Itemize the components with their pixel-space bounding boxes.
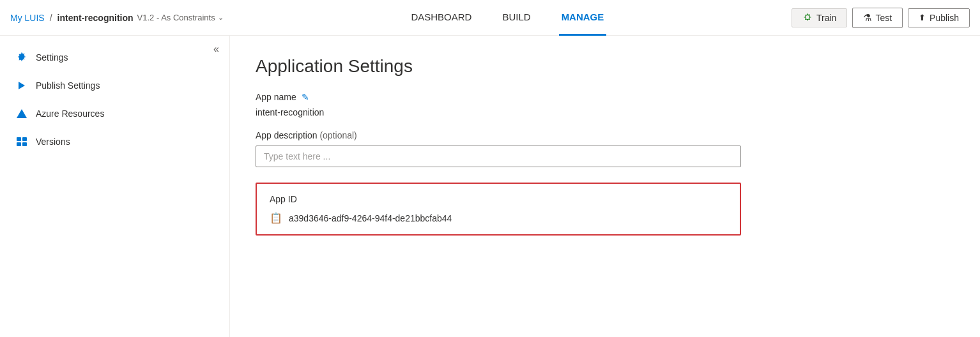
train-button[interactable]: Train bbox=[792, 8, 847, 27]
train-gear-icon bbox=[802, 13, 813, 23]
azure-triangle-icon bbox=[15, 107, 28, 120]
sidebar: « Settings Publish Settings bbox=[0, 36, 230, 337]
content-area: Application Settings App name ✎ intent-r… bbox=[230, 36, 980, 337]
edit-app-name-icon[interactable]: ✎ bbox=[302, 92, 309, 102]
page-title: Application Settings bbox=[256, 56, 954, 77]
tab-dashboard[interactable]: DASHBOARD bbox=[408, 0, 474, 36]
svg-rect-5 bbox=[22, 142, 27, 146]
svg-rect-2 bbox=[17, 137, 21, 141]
app-id-label: App ID bbox=[270, 194, 727, 204]
breadcrumb-separator: / bbox=[50, 13, 52, 23]
app-description-input[interactable] bbox=[256, 146, 741, 167]
sidebar-item-azure-resources[interactable]: Azure Resources bbox=[0, 100, 229, 128]
top-navigation: My LUIS / intent-recognition V1.2 - As C… bbox=[0, 0, 980, 36]
sidebar-item-versions[interactable]: Versions bbox=[0, 128, 229, 156]
test-flask-icon: ⚗ bbox=[863, 12, 871, 24]
main-layout: « Settings Publish Settings bbox=[0, 36, 980, 337]
optional-label: (optional) bbox=[319, 130, 356, 140]
tab-manage[interactable]: MANAGE bbox=[559, 0, 607, 36]
test-button[interactable]: ⚗ Test bbox=[852, 8, 903, 28]
publish-icon: ⬆ bbox=[919, 13, 926, 22]
app-name-value: intent-recognition bbox=[256, 107, 954, 117]
sidebar-item-settings[interactable]: Settings bbox=[0, 43, 229, 71]
app-id-value-row: 📋 a39d3646-adf9-4264-94f4-de21bbcfab44 bbox=[270, 212, 727, 224]
app-description-label-text: App description bbox=[256, 130, 318, 140]
breadcrumb: My LUIS / intent-recognition V1.2 - As C… bbox=[10, 13, 224, 23]
sidebar-versions-label: Versions bbox=[36, 137, 70, 147]
svg-rect-4 bbox=[17, 142, 21, 146]
app-name-breadcrumb: intent-recognition bbox=[57, 13, 134, 23]
chevron-down-icon: ⌄ bbox=[218, 13, 224, 22]
sidebar-publish-settings-label: Publish Settings bbox=[36, 80, 100, 91]
copy-app-id-icon[interactable]: 📋 bbox=[270, 212, 282, 224]
nav-tabs: DASHBOARD BUILD MANAGE bbox=[224, 0, 792, 36]
sidebar-azure-label: Azure Resources bbox=[36, 109, 104, 119]
svg-marker-0 bbox=[19, 82, 25, 89]
versions-icon bbox=[15, 135, 28, 148]
svg-marker-1 bbox=[17, 109, 27, 118]
app-description-label: App description (optional) bbox=[256, 130, 954, 140]
publish-button[interactable]: ⬆ Publish bbox=[908, 8, 970, 27]
test-label: Test bbox=[875, 13, 892, 23]
collapse-button[interactable]: « bbox=[213, 43, 219, 55]
my-luis-link[interactable]: My LUIS bbox=[10, 13, 45, 23]
app-name-label-text: App name bbox=[256, 92, 296, 102]
version-label: V1.2 - As Constraints bbox=[137, 13, 215, 22]
sidebar-settings-label: Settings bbox=[36, 52, 68, 63]
play-icon bbox=[15, 79, 28, 92]
sidebar-item-publish-settings[interactable]: Publish Settings bbox=[0, 71, 229, 100]
tab-build[interactable]: BUILD bbox=[500, 0, 533, 36]
svg-rect-3 bbox=[22, 137, 27, 141]
app-id-value-text: a39d3646-adf9-4264-94f4-de21bbcfab44 bbox=[289, 213, 452, 223]
gear-icon bbox=[15, 51, 28, 64]
app-name-field-label: App name ✎ bbox=[256, 92, 954, 102]
publish-label: Publish bbox=[930, 13, 959, 23]
nav-action-buttons: Train ⚗ Test ⬆ Publish bbox=[792, 8, 970, 28]
version-selector[interactable]: V1.2 - As Constraints ⌄ bbox=[137, 13, 224, 22]
app-id-section: App ID 📋 a39d3646-adf9-4264-94f4-de21bbc… bbox=[256, 183, 741, 236]
train-label: Train bbox=[816, 13, 836, 23]
